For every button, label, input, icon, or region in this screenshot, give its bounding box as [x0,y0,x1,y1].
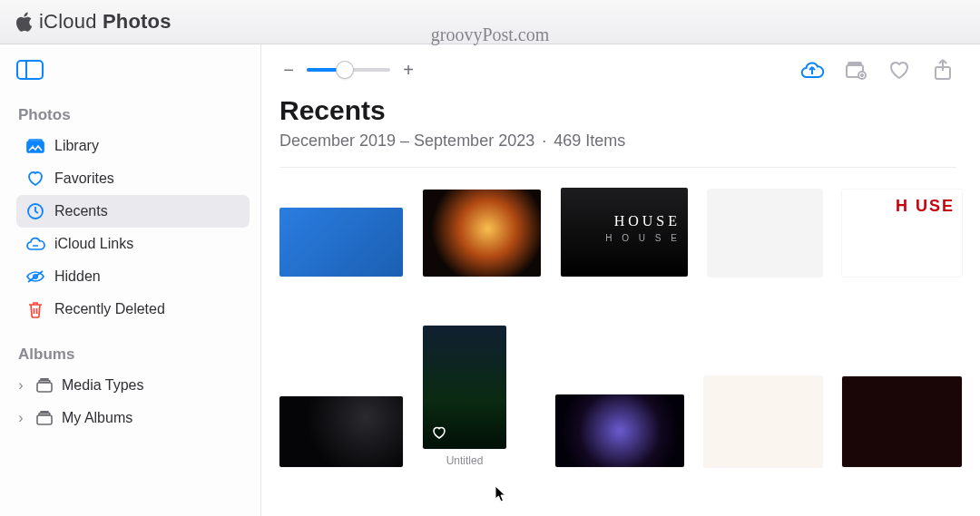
photo-thumbnail[interactable]: HOUSEH O U S E [561,188,688,277]
svg-rect-0 [17,61,43,79]
header-title: iCloud Photos [39,10,172,34]
photo-thumbnail[interactable] [704,376,822,467]
thumb-text: HOUSE [614,213,681,229]
sidebar-item-label: Favorites [54,170,114,187]
photo-caption: Untitled [446,454,484,467]
heart-outline-icon [430,424,448,442]
photo-thumbnail[interactable] [279,396,403,467]
album-stack-icon [34,378,54,393]
svg-rect-13 [41,412,48,414]
title-block: Recents December 2019 – September 2023·4… [279,95,956,168]
photo-grid: HOUSEH O U S E H USE Untitled [261,168,980,498]
album-stack-icon [34,411,54,425]
sidebar: Photos Library Favorites Recents iCloud … [0,44,261,516]
svg-rect-8 [37,383,52,392]
page-subtitle: December 2019 – September 2023·469 Items [279,131,956,151]
trash-icon [25,300,45,318]
zoom-in-button[interactable]: + [399,61,417,79]
photo-thumbnail[interactable] [842,376,962,467]
share-button[interactable] [929,56,956,83]
sidebar-item-label: Library [54,138,99,154]
watermark-text: groovyPost.com [431,24,550,45]
zoom-slider[interactable] [307,68,390,72]
sidebar-item-media-types[interactable]: › Media Types [11,369,250,402]
heart-icon [25,170,45,187]
photo-thumbnail[interactable] [423,190,541,277]
photo-thumbnail[interactable]: H USE [842,190,962,277]
svg-rect-11 [37,415,52,424]
cloud-link-icon [25,237,45,251]
apple-logo-icon [15,11,34,33]
zoom-control: − + [279,61,417,79]
thumb-text: H USE [896,197,955,216]
sidebar-item-hidden[interactable]: Hidden [16,260,250,293]
sidebar-item-recents[interactable]: Recents [16,195,250,228]
toolbar: − + [261,44,980,95]
photo-thumbnail[interactable] [423,326,506,449]
add-to-album-button[interactable] [842,56,869,83]
svg-rect-3 [29,140,42,141]
photo-thumbnail[interactable] [555,394,684,467]
sidebar-item-library[interactable]: Library [16,130,250,162]
sidebar-item-label: iCloud Links [54,236,133,252]
upload-button[interactable] [799,56,826,83]
sidebar-section-albums: Albums [11,338,250,369]
zoom-out-button[interactable]: − [279,61,298,79]
eye-slash-icon [25,269,45,284]
favorite-button[interactable] [886,56,913,83]
sidebar-item-favorites[interactable]: Favorites [16,162,250,195]
main-content: − + Recents December 2019 – September 20… [261,44,980,516]
sidebar-section-photos: Photos [11,99,250,130]
sidebar-item-label: My Albums [62,410,132,426]
library-icon [25,139,45,153]
app-header: iCloud Photos groovyPost.com [0,0,980,44]
page-title: Recents [279,95,956,126]
chevron-right-icon: › [15,377,27,394]
svg-rect-15 [848,63,861,64]
svg-rect-10 [41,379,48,381]
photo-thumbnail[interactable] [708,190,822,277]
sidebar-item-label: Hidden [54,268,101,285]
sidebar-toggle-icon[interactable] [16,60,44,80]
sidebar-item-recently-deleted[interactable]: Recently Deleted [16,293,250,326]
sidebar-item-icloud-links[interactable]: iCloud Links [16,228,250,260]
chevron-right-icon: › [15,410,27,426]
photo-thumbnail[interactable] [279,208,403,277]
clock-icon [25,202,45,220]
sidebar-item-my-albums[interactable]: › My Albums [11,402,250,434]
sidebar-item-label: Recently Deleted [54,301,165,317]
sidebar-item-label: Recents [54,203,108,219]
sidebar-item-label: Media Types [62,377,143,394]
